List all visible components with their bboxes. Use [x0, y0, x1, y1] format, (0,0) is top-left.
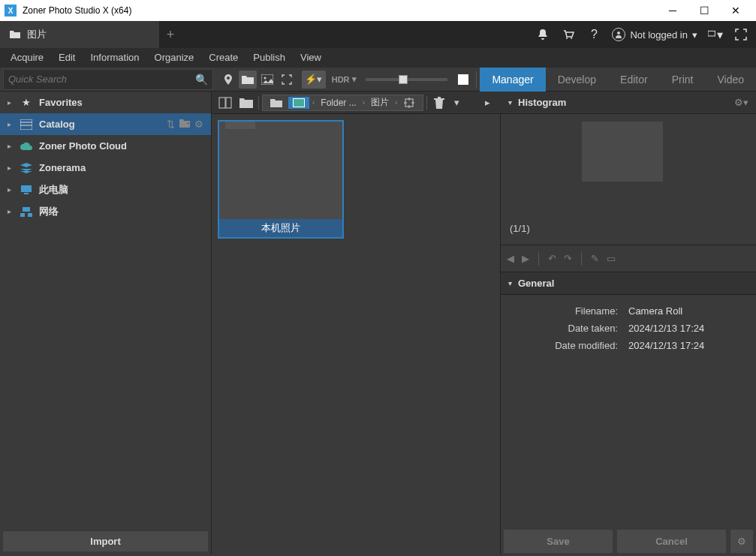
zoom-slider[interactable] — [366, 78, 448, 81]
settings-gear-button[interactable]: ⚙ — [730, 530, 753, 553]
svg-rect-13 — [20, 213, 25, 217]
datemod-value: 2024/12/13 17:24 — [628, 340, 704, 351]
tag-icon[interactable]: ▭ — [607, 253, 616, 264]
sidebar-item-label: Zonerama — [39, 162, 86, 173]
mode-manager[interactable]: Manager — [480, 68, 545, 92]
folder-tool-icon[interactable] — [239, 71, 257, 89]
sidebar-item-catalog[interactable]: ▸ Catalog ⇅ + ⚙ — [0, 113, 211, 135]
sidebar-item-zoner-cloud[interactable]: ▸ Zoner Photo Cloud — [0, 135, 211, 157]
trash-icon[interactable] — [430, 94, 448, 112]
crop-icon[interactable]: ✎ — [591, 253, 599, 264]
thumbnail-label: 本机照片 — [219, 219, 342, 237]
refresh-list-icon[interactable] — [216, 94, 234, 112]
sidebar-item-this-pc[interactable]: ▸ 此电脑 — [0, 179, 211, 200]
sidebar-item-network[interactable]: ▸ 网络 — [0, 200, 211, 222]
info-nav-strip: ◀ ▶ ↶ ↷ ✎ ▭ — [501, 245, 756, 272]
folder-icon[interactable] — [267, 94, 285, 112]
chevron-down-icon: ▾ — [352, 74, 357, 84]
chevron-down-icon[interactable]: ▾ — [451, 94, 462, 112]
search-icon[interactable]: 🔍 — [195, 74, 208, 86]
chevron-down-icon: ▾ — [692, 29, 697, 41]
sidebar-item-label: Catalog — [39, 119, 75, 130]
app-logo-icon: X — [5, 5, 17, 17]
sidebar-item-favorites[interactable]: ▸ ★ Favorites — [0, 92, 211, 113]
add-folder-icon[interactable]: + — [179, 119, 190, 130]
star-icon: ★ — [20, 96, 33, 110]
help-icon[interactable]: ? — [586, 27, 601, 42]
tab-label: 图片 — [27, 28, 47, 41]
search-input[interactable] — [8, 74, 195, 85]
minimize-button[interactable]: ─ — [657, 0, 688, 21]
center-pane: ‹ Folder ... › 图片 › ▾ ▸ 本机照片 — [212, 92, 501, 554]
rotate-right-icon[interactable]: ↷ — [564, 253, 572, 264]
cancel-button[interactable]: Cancel — [617, 530, 726, 553]
screen-dropdown-icon[interactable]: ▾ — [708, 27, 723, 42]
gear-icon[interactable]: ⚙▾ — [734, 97, 748, 108]
svg-point-2 — [617, 32, 620, 35]
svg-rect-16 — [226, 98, 231, 108]
location-pin-icon[interactable] — [219, 71, 237, 89]
cart-icon[interactable] — [561, 27, 576, 42]
chevron-left-icon[interactable]: ‹ — [312, 98, 315, 107]
hdr-dropdown[interactable]: HDR▾ — [332, 74, 357, 84]
general-header[interactable]: ▾ General — [501, 272, 756, 295]
image-tool-icon[interactable] — [258, 71, 276, 89]
menu-view[interactable]: View — [293, 48, 329, 68]
sidebar-item-zonerama[interactable]: ▸ Zonerama — [0, 157, 211, 179]
breadcrumb-image-icon[interactable] — [288, 97, 309, 109]
center-toolbar: ‹ Folder ... › 图片 › ▾ ▸ — [212, 92, 501, 114]
folder-preview-icon — [219, 122, 342, 219]
chevron-down-icon: ▾ — [508, 98, 512, 107]
rotate-left-icon[interactable]: ↶ — [548, 253, 556, 264]
location-target-icon[interactable] — [400, 94, 418, 112]
bell-icon[interactable] — [535, 27, 550, 42]
thumbnail-grid[interactable]: 本机照片 — [212, 114, 501, 554]
maximize-button[interactable]: ☐ — [688, 0, 720, 21]
gear-icon[interactable]: ⚙ — [194, 119, 203, 130]
mode-develop[interactable]: Develop — [546, 68, 608, 92]
folder-icon — [9, 29, 21, 41]
histogram-header[interactable]: ▾ Histogram ⚙▾ — [501, 92, 756, 114]
datemod-label: Date modified: — [501, 340, 628, 351]
close-button[interactable]: ✕ — [720, 0, 751, 21]
slider-thumb[interactable] — [399, 75, 408, 84]
prev-icon[interactable]: ◀ — [507, 253, 514, 264]
import-button[interactable]: Import — [3, 531, 208, 551]
save-button[interactable]: Save — [504, 530, 613, 553]
mode-print[interactable]: Print — [660, 68, 706, 92]
svg-rect-11 — [24, 193, 29, 194]
folder-thumbnail[interactable]: 本机照片 — [218, 120, 344, 239]
user-menu[interactable]: Not logged in ▾ — [612, 28, 697, 41]
next-icon[interactable]: ▶ — [522, 253, 529, 264]
chevron-right-icon[interactable]: ▸ — [478, 94, 496, 112]
stop-icon[interactable] — [458, 74, 468, 85]
breadcrumb-pictures[interactable]: 图片 — [368, 96, 392, 109]
flash-dropdown[interactable]: ⚡▾ — [302, 71, 326, 89]
chevron-right-icon: ▸ — [8, 207, 14, 215]
chevron-right-icon: ▸ — [8, 164, 14, 172]
svg-rect-10 — [21, 185, 32, 192]
sidebar-item-label: 此电脑 — [39, 183, 68, 197]
menu-acquire[interactable]: Acquire — [3, 48, 51, 68]
new-folder-icon[interactable] — [237, 94, 255, 112]
expand-tool-icon[interactable] — [278, 71, 296, 89]
add-tab-button[interactable]: + — [159, 21, 182, 48]
chevron-down-icon: ▾ — [508, 279, 512, 287]
avatar-icon — [612, 28, 625, 41]
mode-editor[interactable]: Editor — [608, 68, 660, 92]
info-filename: Filename: Camera Roll — [501, 302, 741, 320]
datetaken-value: 2024/12/13 17:24 — [628, 323, 704, 334]
menu-publish[interactable]: Publish — [245, 48, 293, 68]
chevron-right-icon: ▸ — [8, 98, 14, 107]
menu-create[interactable]: Create — [201, 48, 245, 68]
sort-icon[interactable]: ⇅ — [167, 119, 175, 130]
fullscreen-icon[interactable] — [733, 27, 748, 42]
breadcrumb-folder[interactable]: Folder ... — [318, 98, 359, 108]
menu-information[interactable]: Information — [83, 48, 146, 68]
mode-switcher: Manager Develop Editor Print Video — [480, 68, 756, 92]
tab-bar: 图片 + ? Not logged in ▾ ▾ — [0, 21, 756, 48]
tab-pictures[interactable]: 图片 — [0, 21, 159, 48]
mode-video[interactable]: Video — [705, 68, 756, 92]
menu-organize[interactable]: Organize — [147, 48, 202, 68]
menu-edit[interactable]: Edit — [51, 48, 83, 68]
